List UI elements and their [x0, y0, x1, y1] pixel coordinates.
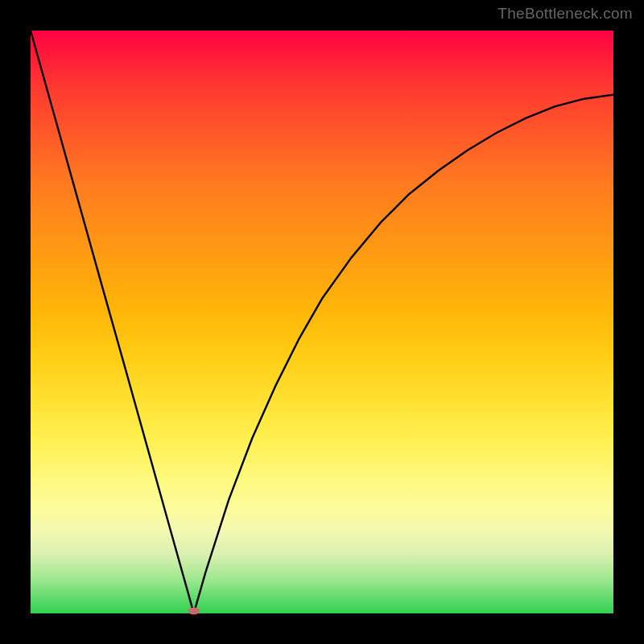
watermark-text: TheBottleneck.com	[497, 5, 633, 23]
minimum-marker	[188, 608, 200, 615]
plot-area	[31, 31, 613, 613]
bottleneck-curve	[31, 31, 613, 613]
curve-layer	[31, 31, 613, 613]
chart-frame: TheBottleneck.com	[0, 0, 644, 644]
